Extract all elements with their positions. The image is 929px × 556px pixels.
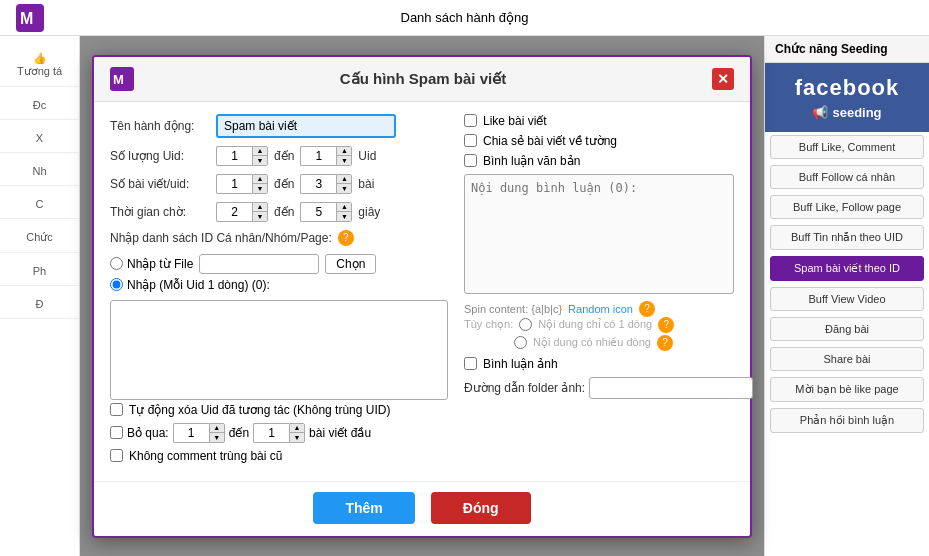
den-text-3: đến xyxy=(274,205,294,219)
sidebar-item-0[interactable]: 👍 Tương tá xyxy=(0,44,79,87)
modal-close-button[interactable]: ✕ xyxy=(712,68,734,90)
speaker-icon: 📢 xyxy=(812,105,828,120)
right-btn-4[interactable]: Spam bài viết theo ID xyxy=(770,256,924,281)
them-button[interactable]: Thêm xyxy=(313,492,414,524)
thoi-gian-from-down[interactable]: ▼ xyxy=(253,212,267,221)
right-btn-2[interactable]: Buff Like, Follow page xyxy=(770,195,924,219)
like-bai-viet-row: Like bài viết xyxy=(464,114,734,128)
nhap-file-radio[interactable] xyxy=(110,257,123,270)
facebook-banner: facebook 📢 seeding xyxy=(765,63,929,132)
sidebar-item-3[interactable]: Nh xyxy=(0,157,79,186)
dong-button[interactable]: Đóng xyxy=(431,492,531,524)
sidebar-item-7[interactable]: Đ xyxy=(0,290,79,319)
bo-qua-to-down[interactable]: ▼ xyxy=(290,433,304,442)
so-luong-uid-from-up[interactable]: ▲ xyxy=(253,147,267,156)
topbar: M Danh sách hành động xyxy=(0,0,929,36)
random-icon-link[interactable]: Random icon xyxy=(568,303,633,315)
folder-row: Đường dẫn folder ảnh: xyxy=(464,377,734,399)
right-btn-9[interactable]: Phản hồi bình luận xyxy=(770,408,924,433)
thoi-gian-to-input[interactable] xyxy=(300,202,336,222)
so-bai-viet-row: Số bài viết/uid: ▲ ▼ đến xyxy=(110,174,448,194)
content-area: M Cấu hình Spam bài viết ✕ Tên hành động… xyxy=(80,36,764,556)
noi-dung-1-dong-help[interactable]: ? xyxy=(658,317,674,333)
id-textarea[interactable] xyxy=(110,300,448,400)
so-luong-uid-to-input[interactable] xyxy=(300,146,336,166)
bo-qua-checkbox[interactable] xyxy=(110,426,123,439)
so-luong-uid-from-down[interactable]: ▼ xyxy=(253,156,267,165)
seeding-text: 📢 seeding xyxy=(812,105,881,120)
so-luong-uid-from-input[interactable] xyxy=(216,146,252,166)
form-left: Tên hành động: Số lượng Uid: ▲ ▼ xyxy=(110,114,448,469)
right-btn-5[interactable]: Buff View Video xyxy=(770,287,924,311)
so-bai-from-spinners: ▲ ▼ xyxy=(252,174,268,194)
nhap-uid-radio-label[interactable]: Nhập (Mỗi Uid 1 dòng) (0): xyxy=(110,278,270,292)
config-modal: M Cấu hình Spam bài viết ✕ Tên hành động… xyxy=(92,55,752,538)
bo-qua-to-up[interactable]: ▲ xyxy=(290,424,304,433)
binh-luan-anh-checkbox[interactable] xyxy=(464,357,477,370)
so-bai-from-down[interactable]: ▼ xyxy=(253,184,267,193)
modal-header: M Cấu hình Spam bài viết ✕ xyxy=(94,57,750,102)
thoi-gian-from-up[interactable]: ▲ xyxy=(253,203,267,212)
thoi-gian-to-up[interactable]: ▲ xyxy=(337,203,351,212)
sidebar-item-4[interactable]: C xyxy=(0,190,79,219)
tu-dong-xoa-checkbox[interactable] xyxy=(110,403,123,416)
den-text-2: đến xyxy=(274,177,294,191)
sidebar-item-6[interactable]: Ph xyxy=(0,257,79,286)
bo-qua-from-spinners: ▲ ▼ xyxy=(209,423,225,443)
chia-se-checkbox[interactable] xyxy=(464,134,477,147)
thoi-gian-from-input[interactable] xyxy=(216,202,252,222)
so-bai-to-input[interactable] xyxy=(300,174,336,194)
spin-content-row: Spin content: {a|b|c} Random icon ? xyxy=(464,301,734,317)
file-path-input[interactable] xyxy=(199,254,319,274)
so-luong-uid-to-group: ▲ ▼ xyxy=(300,146,352,166)
binh-luan-van-ban-row: Bình luận văn bản xyxy=(464,154,734,168)
bo-qua-from-input[interactable] xyxy=(173,423,209,443)
sidebar-item-1[interactable]: Đc xyxy=(0,91,79,120)
sidebar-right: Chức năng Seeding facebook 📢 seeding Buf… xyxy=(764,36,929,556)
bo-qua-from-down[interactable]: ▼ xyxy=(210,433,224,442)
nhap-ds-help-button[interactable]: ? xyxy=(338,230,354,246)
nhap-uid-radio[interactable] xyxy=(110,278,123,291)
binh-luan-anh-row: Bình luận ảnh xyxy=(464,357,734,371)
so-bai-to-down[interactable]: ▼ xyxy=(337,184,351,193)
right-btn-6[interactable]: Đăng bài xyxy=(770,317,924,341)
right-btn-1[interactable]: Buff Follow cá nhân xyxy=(770,165,924,189)
folder-input[interactable] xyxy=(589,377,753,399)
noi-dung-nhieu-dong-help[interactable]: ? xyxy=(657,335,673,351)
like-bai-viet-checkbox[interactable] xyxy=(464,114,477,127)
spin-help-button[interactable]: ? xyxy=(639,301,655,317)
right-btn-0[interactable]: Buff Like, Comment xyxy=(770,135,924,159)
bo-qua-to-input[interactable] xyxy=(253,423,289,443)
sidebar-item-5[interactable]: Chức xyxy=(0,223,79,253)
so-bai-from-up[interactable]: ▲ xyxy=(253,175,267,184)
so-bai-from-input[interactable] xyxy=(216,174,252,194)
so-bai-to-group: ▲ ▼ xyxy=(300,174,352,194)
ten-hanh-dong-input[interactable] xyxy=(216,114,396,138)
nhap-file-radio-label[interactable]: Nhập từ File xyxy=(110,257,193,271)
nhap-file-label: Nhập từ File xyxy=(127,257,193,271)
comment-textarea[interactable] xyxy=(464,174,734,294)
ten-hanh-dong-row: Tên hành động: xyxy=(110,114,448,138)
right-btn-3[interactable]: Buff Tin nhắn theo UID xyxy=(770,225,924,250)
chon-button[interactable]: Chọn xyxy=(325,254,376,274)
bo-qua-from-up[interactable]: ▲ xyxy=(210,424,224,433)
so-bai-to-up[interactable]: ▲ xyxy=(337,175,351,184)
noi-dung-nhieu-dong-row: Nội dung có nhiều dòng ? xyxy=(514,335,734,351)
thoi-gian-from-group: ▲ ▼ xyxy=(216,202,268,222)
binh-luan-van-ban-checkbox[interactable] xyxy=(464,154,477,167)
noi-dung-1-dong-radio[interactable] xyxy=(519,318,532,331)
so-luong-uid-to-down[interactable]: ▼ xyxy=(337,156,351,165)
folder-label: Đường dẫn folder ảnh: xyxy=(464,381,585,395)
main-layout: 👍 Tương tá Đc X Nh C Chức Ph Đ xyxy=(0,36,929,556)
so-luong-uid-to-up[interactable]: ▲ xyxy=(337,147,351,156)
thoi-gian-to-down[interactable]: ▼ xyxy=(337,212,351,221)
uid-label: Uid xyxy=(358,149,376,163)
right-btn-8[interactable]: Mời bạn bè like page xyxy=(770,377,924,402)
den-text-1: đến xyxy=(274,149,294,163)
noi-dung-nhieu-dong-radio[interactable] xyxy=(514,336,527,349)
khong-comment-label: Không comment trùng bài cũ xyxy=(129,449,282,463)
khong-comment-checkbox[interactable] xyxy=(110,449,123,462)
right-btn-7[interactable]: Share bài xyxy=(770,347,924,371)
sidebar-item-2[interactable]: X xyxy=(0,124,79,153)
nhap-uid-row: Nhập (Mỗi Uid 1 dòng) (0): xyxy=(110,278,448,292)
